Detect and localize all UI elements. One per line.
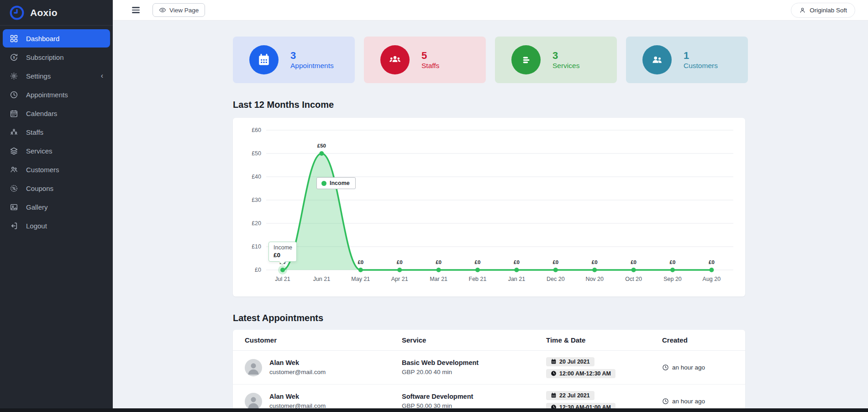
sidebar-item-dashboard[interactable]: Dashboard bbox=[3, 29, 110, 48]
sidebar-item-appointments[interactable]: Appointments bbox=[3, 85, 110, 104]
sidebar-item-label: Settings bbox=[26, 72, 51, 80]
person-icon bbox=[799, 7, 806, 14]
sidebar-item-subscription[interactable]: $ Subscription bbox=[3, 48, 110, 66]
svg-text:£40: £40 bbox=[252, 174, 261, 180]
svg-text:£0: £0 bbox=[709, 259, 715, 265]
date-badge: 20 Jul 2021 bbox=[546, 357, 594, 366]
sidebar-item-label: Services bbox=[26, 147, 53, 155]
column-header-timedate: Time & Date bbox=[546, 336, 662, 344]
sidebar-item-settings[interactable]: Settings ‹ bbox=[3, 67, 110, 85]
customer-name: Alan Wek bbox=[269, 392, 326, 402]
appointment-time: 12:00 AM-12:30 AM bbox=[559, 370, 611, 377]
calendar-icon bbox=[257, 53, 271, 67]
sidebar-item-logout[interactable]: Logout bbox=[3, 217, 110, 235]
sidebar-item-staffs[interactable]: Staffs bbox=[3, 123, 110, 141]
legend-income-label: Income bbox=[330, 180, 350, 186]
eye-icon bbox=[159, 6, 166, 14]
two-users-icon bbox=[10, 165, 18, 174]
topbar: View Page Originlab Soft bbox=[113, 0, 868, 21]
chart-legend[interactable]: Income bbox=[316, 177, 356, 189]
sidebar-item-customers[interactable]: Customers bbox=[3, 160, 110, 179]
svg-text:£0: £0 bbox=[397, 259, 403, 265]
svg-text:Jun 21: Jun 21 bbox=[313, 276, 331, 282]
customer-name: Alan Wek bbox=[269, 358, 326, 368]
brand-logo[interactable]: Aoxio bbox=[0, 0, 113, 26]
sidebar: Aoxio Dashboard $ Subscription Settings … bbox=[0, 0, 113, 412]
staff-group-icon bbox=[10, 128, 18, 137]
hamburger-menu-icon[interactable] bbox=[131, 5, 141, 15]
stat-label: Appointments bbox=[290, 62, 334, 70]
staff-group-icon bbox=[388, 53, 402, 67]
sidebar-item-label: Staffs bbox=[26, 128, 43, 136]
calendar-icon bbox=[551, 392, 557, 398]
clock-logo-icon bbox=[9, 5, 25, 21]
view-page-button[interactable]: View Page bbox=[153, 3, 205, 17]
svg-text:Jan 21: Jan 21 bbox=[508, 276, 526, 282]
stat-card-services: 3 Services bbox=[495, 37, 617, 83]
logout-icon bbox=[10, 222, 18, 230]
stat-label: Customers bbox=[684, 62, 718, 70]
sidebar-item-label: Coupons bbox=[26, 185, 53, 192]
stat-value: 1 bbox=[684, 50, 718, 61]
sidebar-item-calendars[interactable]: Calendars bbox=[3, 104, 110, 122]
created-text: an hour ago bbox=[672, 364, 705, 371]
stat-label: Services bbox=[552, 62, 579, 70]
sidebar-item-label: Calendars bbox=[26, 110, 57, 117]
account-button[interactable]: Originlab Soft bbox=[791, 3, 855, 18]
svg-text:£0: £0 bbox=[514, 259, 520, 265]
sidebar-item-coupons[interactable]: Coupons bbox=[3, 179, 110, 197]
clock-outline-icon bbox=[662, 398, 669, 405]
appointments-table: Customer Service Time & Date Created Ala… bbox=[233, 330, 745, 412]
chart-tooltip: Income £0 bbox=[268, 242, 297, 262]
time-badge: 12:00 AM-12:30 AM bbox=[546, 369, 615, 378]
sidebar-item-label: Dashboard bbox=[26, 35, 59, 42]
sidebar-item-gallery[interactable]: Gallery bbox=[3, 198, 110, 216]
customer-email: customer@mail.com bbox=[269, 368, 326, 377]
two-users-icon bbox=[650, 53, 664, 67]
svg-text:£0: £0 bbox=[592, 259, 598, 265]
service-name: Software Development bbox=[402, 392, 546, 402]
svg-text:£0: £0 bbox=[436, 259, 442, 265]
tooltip-series-name: Income bbox=[274, 244, 292, 251]
app-window: Aoxio Dashboard $ Subscription Settings … bbox=[0, 0, 868, 412]
dashboard-grid-icon bbox=[10, 34, 18, 43]
clock-filled-icon bbox=[551, 370, 557, 376]
appointment-date: 20 Jul 2021 bbox=[559, 359, 590, 365]
appointments-section-title: Latest Appointments bbox=[233, 313, 748, 323]
layers-icon bbox=[10, 147, 18, 155]
calendar-icon bbox=[551, 359, 557, 364]
svg-text:£0: £0 bbox=[358, 259, 363, 265]
stat-value: 3 bbox=[290, 50, 334, 61]
svg-text:Mar 21: Mar 21 bbox=[430, 276, 447, 282]
column-header-customer: Customer bbox=[245, 336, 402, 344]
horizontal-scrollbar[interactable] bbox=[0, 408, 868, 412]
sidebar-item-services[interactable]: Services bbox=[3, 142, 110, 160]
created-cell: an hour ago bbox=[662, 398, 736, 405]
sidebar-item-label: Subscription bbox=[26, 53, 64, 61]
stats-row: 3 Appointments 5 Staffs bbox=[233, 37, 748, 83]
svg-text:Aug 20: Aug 20 bbox=[703, 276, 721, 282]
svg-text:$: $ bbox=[13, 55, 15, 59]
subscription-refresh-icon: $ bbox=[10, 53, 18, 62]
column-header-created: Created bbox=[662, 336, 736, 344]
svg-text:Dec 20: Dec 20 bbox=[547, 276, 565, 282]
service-meta: GBP 20.00 40 min bbox=[402, 368, 546, 377]
tooltip-value: £0 bbox=[274, 252, 292, 259]
view-page-label: View Page bbox=[169, 7, 199, 14]
main-content: 3 Appointments 5 Staffs bbox=[113, 21, 868, 412]
svg-text:£30: £30 bbox=[252, 197, 261, 203]
svg-text:£10: £10 bbox=[252, 243, 261, 250]
svg-text:Nov 20: Nov 20 bbox=[585, 276, 604, 282]
stat-card-staffs: 5 Staffs bbox=[364, 37, 486, 83]
svg-text:Sep 20: Sep 20 bbox=[663, 276, 682, 282]
avatar bbox=[245, 393, 262, 410]
calendar-icon bbox=[10, 109, 18, 118]
legend-income-dot bbox=[321, 181, 326, 186]
stat-card-customers: 1 Customers bbox=[626, 37, 748, 83]
svg-text:£60: £60 bbox=[252, 127, 261, 133]
svg-text:£50: £50 bbox=[252, 150, 261, 157]
avatar bbox=[245, 359, 262, 376]
account-label: Originlab Soft bbox=[810, 7, 847, 14]
percent-badge-icon bbox=[10, 184, 18, 193]
chevron-left-icon[interactable]: ‹ bbox=[101, 72, 103, 79]
